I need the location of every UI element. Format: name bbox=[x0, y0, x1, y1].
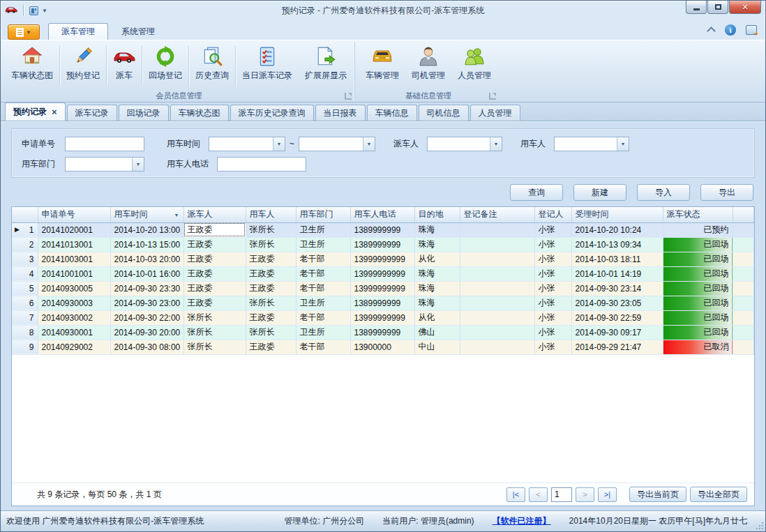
cell-dept[interactable]: 老干部 bbox=[296, 252, 350, 266]
use-time-to-combo[interactable]: ▼ bbox=[299, 137, 375, 151]
cell-user[interactable]: 王政委 bbox=[246, 310, 296, 325]
doc-tab-4[interactable]: 派车历史记录查询 bbox=[230, 105, 314, 121]
cell-use_time[interactable]: 2014-09-30 20:00 bbox=[110, 325, 183, 340]
cell-accept_time[interactable]: 2014-10-01 14:19 bbox=[571, 266, 663, 281]
cell-status[interactable]: 已回场 bbox=[663, 281, 733, 296]
driver-manage-button[interactable]: 司机管理 bbox=[405, 42, 451, 90]
table-row[interactable]: 7201409300022014-09-30 22:00张所长王政委老干部139… bbox=[12, 310, 754, 325]
column-header[interactable]: 登记备注 bbox=[460, 207, 534, 222]
cell-user[interactable]: 王政委 bbox=[246, 281, 296, 296]
table-row[interactable]: 9201409290022014-09-30 08:00张所长王政委老干部139… bbox=[12, 340, 754, 354]
column-header[interactable]: 派车人 bbox=[183, 207, 246, 222]
cell-dispatcher[interactable]: 王政委 bbox=[183, 222, 246, 237]
cell-accept_time[interactable]: 2014-09-30 23:14 bbox=[571, 281, 663, 296]
cell-registrar[interactable]: 小张 bbox=[534, 222, 571, 237]
cell-order_no[interactable]: 20141020001 bbox=[38, 222, 110, 237]
table-row[interactable]: 8201409300012014-09-30 20:00张所长张所长卫生所138… bbox=[12, 325, 754, 340]
doc-tab-6[interactable]: 车辆信息 bbox=[367, 105, 417, 121]
application-menu-button[interactable]: ▼ bbox=[8, 24, 40, 40]
cell-registrar[interactable]: 小张 bbox=[534, 310, 571, 325]
chevron-down-icon[interactable]: ▼ bbox=[273, 137, 285, 151]
cell-user[interactable]: 王政委 bbox=[246, 252, 296, 266]
cell-order_no[interactable]: 20140930003 bbox=[38, 296, 110, 310]
cell-dispatcher[interactable]: 王政委 bbox=[183, 266, 246, 281]
vehicle-status-map-button[interactable]: 车辆状态图 bbox=[5, 42, 59, 90]
cell-accept_time[interactable]: 2014-10-03 18:11 bbox=[571, 252, 663, 266]
column-header[interactable]: 登记人 bbox=[534, 207, 571, 222]
use-time-from-combo[interactable]: ▼ bbox=[209, 137, 285, 151]
cell-dest[interactable]: 中山 bbox=[414, 340, 460, 354]
create-button[interactable]: 新建 bbox=[573, 184, 626, 201]
table-row[interactable]: 2201410130012014-10-13 15:00王政委张所长卫生所138… bbox=[12, 237, 754, 252]
license-link[interactable]: 【软件已注册】 bbox=[493, 515, 551, 527]
cell-use_time[interactable]: 2014-09-30 23:00 bbox=[110, 296, 183, 310]
cell-remark[interactable] bbox=[460, 252, 534, 266]
cell-remark[interactable] bbox=[460, 340, 534, 354]
cell-status[interactable]: 已取消 bbox=[663, 340, 733, 354]
cell-user[interactable]: 张所长 bbox=[246, 325, 296, 340]
cell-remark[interactable] bbox=[460, 281, 534, 296]
cell-registrar[interactable]: 小张 bbox=[534, 296, 571, 310]
cell-registrar[interactable]: 小张 bbox=[534, 252, 571, 266]
dialog-launcher-icon[interactable] bbox=[345, 93, 352, 100]
cell-order_no[interactable]: 20141013001 bbox=[38, 237, 110, 252]
chevron-down-icon[interactable]: ▼ bbox=[490, 137, 502, 151]
column-header[interactable]: 派车状态 bbox=[663, 207, 733, 222]
cell-dept[interactable]: 老干部 bbox=[296, 266, 350, 281]
cell-status[interactable]: 已预约 bbox=[663, 222, 733, 237]
order-no-input[interactable] bbox=[65, 137, 144, 151]
cell-user[interactable]: 张所长 bbox=[246, 222, 296, 237]
doc-tab-1[interactable]: 派车记录 bbox=[67, 105, 117, 121]
doc-tab-3[interactable]: 车辆状态图 bbox=[170, 105, 229, 121]
cell-accept_time[interactable]: 2014-10-13 09:34 bbox=[571, 237, 663, 252]
cell-user[interactable]: 王政委 bbox=[246, 266, 296, 281]
reservation-register-button[interactable]: 预约登记 bbox=[60, 42, 106, 90]
cell-dispatcher[interactable]: 张所长 bbox=[183, 310, 246, 325]
cell-accept_time[interactable]: 2014-09-30 22:59 bbox=[571, 310, 663, 325]
cell-dispatcher[interactable]: 张所长 bbox=[183, 340, 246, 354]
cell-registrar[interactable]: 小张 bbox=[534, 237, 571, 252]
dispatch-button[interactable]: 派车 bbox=[107, 42, 142, 90]
cell-dest[interactable]: 珠海 bbox=[414, 237, 460, 252]
dept-combo[interactable]: ▼ bbox=[65, 157, 144, 172]
column-header[interactable]: 用车人电话 bbox=[350, 207, 414, 222]
cell-dest[interactable]: 佛山 bbox=[414, 325, 460, 340]
cell-dest[interactable]: 从化 bbox=[414, 252, 460, 266]
cell-status[interactable]: 已回场 bbox=[663, 252, 733, 266]
cell-accept_time[interactable]: 2014-10-20 10:24 bbox=[571, 222, 663, 237]
dialog-launcher-icon[interactable] bbox=[489, 93, 496, 100]
doc-tab-5[interactable]: 当日报表 bbox=[315, 105, 366, 121]
cell-dest[interactable]: 珠海 bbox=[414, 222, 460, 237]
minimize-button[interactable] bbox=[686, 1, 707, 14]
row-selector-cell[interactable]: 4 bbox=[12, 266, 38, 281]
cell-registrar[interactable]: 小张 bbox=[534, 340, 571, 354]
cell-remark[interactable] bbox=[460, 310, 534, 325]
cell-status[interactable]: 已回场 bbox=[663, 296, 733, 310]
cell-use_time[interactable]: 2014-09-30 08:00 bbox=[110, 340, 183, 354]
cell-dest[interactable]: 珠海 bbox=[414, 266, 460, 281]
cell-registrar[interactable]: 小张 bbox=[534, 281, 571, 296]
cell-status[interactable]: 已回场 bbox=[663, 310, 733, 325]
cell-dest[interactable]: 珠海 bbox=[414, 296, 460, 310]
personnel-manage-button[interactable]: 人员管理 bbox=[451, 42, 497, 90]
prev-page-button[interactable]: < bbox=[529, 487, 548, 502]
cell-dept[interactable]: 卫生所 bbox=[296, 325, 350, 340]
doc-tab-7[interactable]: 司机信息 bbox=[419, 105, 469, 121]
cell-use_time[interactable]: 2014-09-30 23:30 bbox=[110, 281, 183, 296]
cell-dept[interactable]: 老干部 bbox=[296, 340, 350, 354]
cell-dept[interactable]: 卫生所 bbox=[296, 222, 350, 237]
row-selector-cell[interactable]: 7 bbox=[12, 310, 38, 325]
cell-phone[interactable]: 13999999999 bbox=[350, 252, 414, 266]
maximize-button[interactable] bbox=[707, 1, 728, 14]
last-page-button[interactable]: >| bbox=[598, 487, 617, 502]
table-row[interactable]: 6201409300032014-09-30 23:00王政委张所长卫生所138… bbox=[12, 296, 754, 310]
row-selector-cell[interactable]: 9 bbox=[12, 340, 38, 354]
row-selector-header[interactable] bbox=[12, 207, 38, 222]
cell-order_no[interactable]: 20140929002 bbox=[38, 340, 110, 354]
doc-tab-2[interactable]: 回场记录 bbox=[119, 105, 169, 121]
resize-grip[interactable] bbox=[756, 522, 763, 529]
sort-arrow-icon[interactable]: ▼ bbox=[174, 213, 179, 218]
vehicle-manage-button[interactable]: 车辆管理 bbox=[359, 42, 405, 90]
cell-phone[interactable]: 13900000 bbox=[350, 340, 414, 354]
chevron-down-icon[interactable]: ▼ bbox=[363, 137, 375, 151]
